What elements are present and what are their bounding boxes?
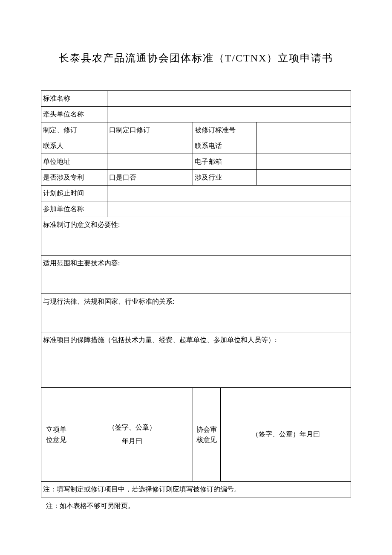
application-form-table: 标准名称 牵头单位名称 制定、修订 口制定口修订 被修订标准号 联系人 联系电话… xyxy=(41,90,351,497)
label-lead-unit: 牵头单位名称 xyxy=(41,107,107,122)
value-email[interactable] xyxy=(257,154,351,170)
value-assoc-opinion[interactable]: （签字、公章）年月曰 xyxy=(221,388,351,482)
label-industry: 涉及行业 xyxy=(193,170,257,186)
label-phone: 联系电话 xyxy=(193,138,257,154)
row-measures: 标准项目的保障措施（包括技术力量、经费、起草单位、参加单位和人员等）: xyxy=(41,332,351,388)
note-below-table: 注：如本表格不够可另附页。 xyxy=(41,497,351,511)
label-schedule: 计划起止时间 xyxy=(41,186,107,201)
value-schedule[interactable] xyxy=(107,186,351,201)
value-patent[interactable]: 口是口否 xyxy=(107,170,193,186)
row-significance: 标准制订的意义和必要性: xyxy=(41,217,351,256)
row-address: 单位地址 电子邮箱 xyxy=(41,154,351,170)
value-address[interactable] xyxy=(107,154,193,170)
value-unit-opinion[interactable]: （签字、公章） 年月曰 xyxy=(71,388,193,482)
value-phone[interactable] xyxy=(257,138,351,154)
section-measures[interactable]: 标准项目的保障措施（包括技术力量、经费、起草单位、参加单位和人员等）: xyxy=(41,332,351,388)
label-unit-opinion: 立项单位意见 xyxy=(41,388,71,482)
row-scope: 适用范围和主要技术内容: xyxy=(41,256,351,294)
label-patent: 是否涉及专利 xyxy=(41,170,107,186)
section-scope[interactable]: 适用范围和主要技术内容: xyxy=(41,256,351,294)
row-note-in-table: 注：填写制定或修订项目中，若选择修订则应填写被修订的编号。 xyxy=(41,482,351,497)
row-formulate-revise: 制定、修订 口制定口修订 被修订标准号 xyxy=(41,122,351,138)
value-participants[interactable] xyxy=(107,201,351,217)
value-lead-unit[interactable] xyxy=(107,107,351,122)
label-email: 电子邮箱 xyxy=(193,154,257,170)
value-standard-name[interactable] xyxy=(107,91,351,107)
label-address: 单位地址 xyxy=(41,154,107,170)
label-revised-no: 被修订标准号 xyxy=(193,122,257,138)
row-patent: 是否涉及专利 口是口否 涉及行业 xyxy=(41,170,351,186)
row-standard-name: 标准名称 xyxy=(41,91,351,107)
value-industry[interactable] xyxy=(257,170,351,186)
note-in-table: 注：填写制定或修订项目中，若选择修订则应填写被修订的编号。 xyxy=(41,482,351,497)
label-formulate-revise: 制定、修订 xyxy=(41,122,107,138)
row-schedule: 计划起止时间 xyxy=(41,186,351,201)
row-opinions: 立项单位意见 （签字、公章） 年月曰 协会审核意见 （签字、公章）年月曰 xyxy=(41,388,351,482)
row-lead-unit: 牵头单位名称 xyxy=(41,107,351,122)
row-contact: 联系人 联系电话 xyxy=(41,138,351,154)
label-assoc-opinion: 协会审核意见 xyxy=(193,388,220,482)
value-contact[interactable] xyxy=(107,138,193,154)
label-standard-name: 标准名称 xyxy=(41,91,107,107)
row-participants: 参加单位名称 xyxy=(41,201,351,217)
value-revised-no[interactable] xyxy=(257,122,351,138)
label-contact: 联系人 xyxy=(41,138,107,154)
row-relation: 与现行法律、法规和国家、行业标准的关系: xyxy=(41,294,351,332)
section-significance[interactable]: 标准制订的意义和必要性: xyxy=(41,217,351,256)
page-title: 长泰县农产品流通协会团体标准（T/CTNX）立项申请书 xyxy=(41,51,351,65)
section-relation[interactable]: 与现行法律、法规和国家、行业标准的关系: xyxy=(41,294,351,332)
label-participants: 参加单位名称 xyxy=(41,201,107,217)
value-formulate-revise[interactable]: 口制定口修订 xyxy=(107,122,193,138)
